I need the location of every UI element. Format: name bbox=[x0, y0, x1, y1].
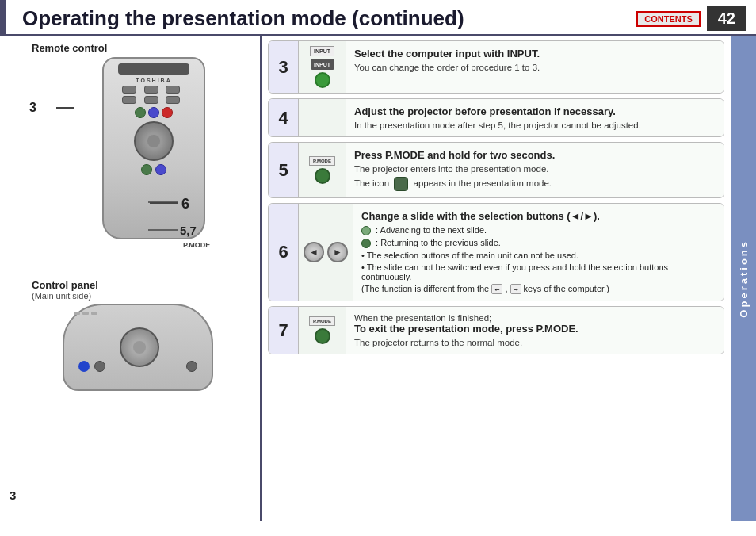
step-5-number: 5 bbox=[269, 143, 299, 197]
input-label-top: INPUT bbox=[310, 46, 334, 56]
steps-area: 3 INPUT INPUT Select the computer input … bbox=[262, 36, 731, 521]
remote-pmode-btn bbox=[155, 164, 166, 175]
step-3-row: 3 INPUT INPUT Select the computer input … bbox=[268, 40, 724, 94]
remote-bottom-btn-1 bbox=[141, 164, 152, 175]
step-6-bullet2: : Returning to the previous slide. bbox=[361, 238, 716, 248]
step-3-number: 3 bbox=[269, 41, 299, 93]
step6-label: 6 bbox=[181, 196, 189, 212]
page-header: Operating the presentation mode (continu… bbox=[0, 0, 756, 36]
main-area: Remote control TOSHIBA bbox=[0, 36, 756, 521]
control-panel-label: Control panel bbox=[32, 279, 98, 291]
step-6-main-text: Change a slide with the selection button… bbox=[361, 210, 716, 222]
pmode-icon: P.MODE bbox=[309, 156, 335, 184]
arrow-left-circle: ◄ bbox=[304, 242, 324, 262]
step-4-number: 4 bbox=[269, 99, 299, 136]
page-number: 42 bbox=[707, 6, 746, 31]
step-6-content: Change a slide with the selection button… bbox=[353, 204, 724, 301]
remote-btn-3 bbox=[166, 86, 180, 94]
step-6-bullet2-text: : Returning to the previous slide. bbox=[376, 238, 501, 247]
arrows-icon: ◄ ► bbox=[304, 242, 348, 262]
bullet-circle-normal bbox=[361, 239, 371, 248]
step-5-sub-text2: The icon appears in the presentation mod… bbox=[354, 177, 716, 191]
line-step6 bbox=[150, 202, 178, 204]
step-4-row: 4 Adjust the projector before presentati… bbox=[268, 98, 724, 137]
cp-btn-3 bbox=[186, 361, 197, 372]
control-panel-sub: (Main unit side) bbox=[32, 291, 91, 301]
step-7-main-text: To exit the presentation mode, press P.M… bbox=[354, 323, 716, 335]
remote-btn-2 bbox=[144, 86, 158, 94]
input-button-bar: INPUT bbox=[311, 59, 334, 70]
step-7-pre-text: When the presentation is finished; bbox=[354, 313, 716, 323]
input-icon: INPUT INPUT bbox=[310, 46, 334, 88]
remote-button-grid bbox=[122, 86, 185, 104]
step-7-number: 7 bbox=[269, 307, 299, 354]
step3-remote-label: 3 bbox=[29, 101, 36, 115]
step-5-icon: P.MODE bbox=[299, 143, 346, 197]
remote-label: Remote control bbox=[32, 42, 107, 54]
step-6-note3: (The function is different from the ← , … bbox=[361, 284, 716, 294]
remote-top-bar bbox=[118, 63, 189, 75]
step-6-note1-text: The selection buttons of the main unit c… bbox=[367, 251, 578, 260]
bullet-circle-lighter bbox=[361, 226, 371, 235]
line-step3 bbox=[56, 107, 74, 109]
pmode-label-rect: P.MODE bbox=[309, 156, 335, 166]
step-6-note2-text: The slide can not be switched even if yo… bbox=[361, 262, 668, 281]
step-6-note2: • The slide can not be switched even if … bbox=[361, 262, 716, 281]
key-right: → bbox=[510, 284, 521, 294]
step-7-sub-text: The projector returns to the normal mode… bbox=[354, 338, 716, 347]
pmode-label: P.MODE bbox=[183, 241, 210, 249]
pmode-icon-7: P.MODE bbox=[309, 316, 335, 344]
pmode-circle-7 bbox=[315, 328, 330, 344]
pmode-label-rect-7: P.MODE bbox=[309, 316, 335, 326]
step-3-content: Select the computer input with INPUT. Yo… bbox=[346, 41, 724, 93]
step-5-content: Press P.MODE and hold for two seconds. T… bbox=[346, 143, 724, 197]
step-6-bullet1-text: : Advancing to the next slide. bbox=[376, 225, 487, 235]
sidebar-label: Operations bbox=[738, 239, 750, 318]
left-panel: Remote control TOSHIBA bbox=[0, 36, 262, 521]
step-6-row: 6 ◄ ► Change a slide with the selection … bbox=[268, 203, 724, 301]
remote-bottom-buttons bbox=[104, 164, 204, 175]
step-5-sub-text1: The projector enters into the presentati… bbox=[354, 164, 716, 174]
remote-brand: TOSHIBA bbox=[104, 78, 204, 83]
cp-indicator-1 bbox=[74, 312, 80, 315]
step-3-icon: INPUT INPUT bbox=[299, 41, 346, 93]
step-3-main-text: Select the computer input with INPUT. bbox=[354, 48, 716, 59]
right-sidebar: Operations bbox=[731, 36, 756, 521]
page-title: Operating the presentation mode (continu… bbox=[22, 6, 464, 31]
step-6-number: 6 bbox=[269, 204, 299, 301]
input-button-text: INPUT bbox=[314, 62, 330, 67]
step-7-icon: P.MODE bbox=[299, 307, 346, 354]
remote-round-red bbox=[162, 107, 173, 118]
pmode-inline-icon bbox=[394, 177, 408, 191]
remote-round-green bbox=[135, 107, 146, 118]
step-4-main-text: Adjust the projector before presentation… bbox=[354, 105, 716, 117]
step-6-comma: , bbox=[505, 284, 510, 293]
step-4-icon bbox=[299, 99, 346, 136]
step-5-icon-text: The icon bbox=[354, 178, 389, 188]
step-5-main-text: Press P.MODE and hold for two seconds. bbox=[354, 149, 716, 161]
key-left: ← bbox=[491, 284, 502, 294]
step-6-note1: • The selection buttons of the main unit… bbox=[361, 251, 716, 260]
step-7-content: When the presentation is finished; To ex… bbox=[346, 307, 724, 354]
pmode-circle bbox=[315, 168, 330, 184]
step-6-bullet1: : Advancing to the next slide. bbox=[361, 225, 716, 235]
step57-label: 5,7 bbox=[180, 224, 197, 237]
remote-btn-1 bbox=[122, 86, 136, 94]
remote-round-blue bbox=[148, 107, 159, 118]
step-6-note3-text: (The function is different from the bbox=[361, 284, 489, 293]
remote-control-area: TOSHIBA bbox=[23, 57, 237, 279]
cp-nav-ring bbox=[120, 327, 159, 367]
step-6-icon: ◄ ► bbox=[299, 204, 353, 301]
control-panel-image bbox=[63, 304, 213, 391]
arrow-right-circle: ► bbox=[327, 242, 348, 262]
step-6-note3-end: keys of the computer.) bbox=[524, 284, 609, 293]
remote-image: TOSHIBA bbox=[102, 57, 205, 239]
step-5-icon-text2: appears in the presentation mode. bbox=[414, 178, 552, 188]
remote-btn-4 bbox=[122, 96, 136, 104]
remote-btn-5 bbox=[144, 96, 158, 104]
contents-button[interactable]: CONTENTS bbox=[636, 11, 701, 27]
cp-blue-button bbox=[78, 361, 90, 372]
step-5-row: 5 P.MODE Press P.MODE and hold for two s… bbox=[268, 142, 724, 198]
remote-nav-ring bbox=[134, 121, 174, 161]
input-circle bbox=[315, 72, 330, 88]
